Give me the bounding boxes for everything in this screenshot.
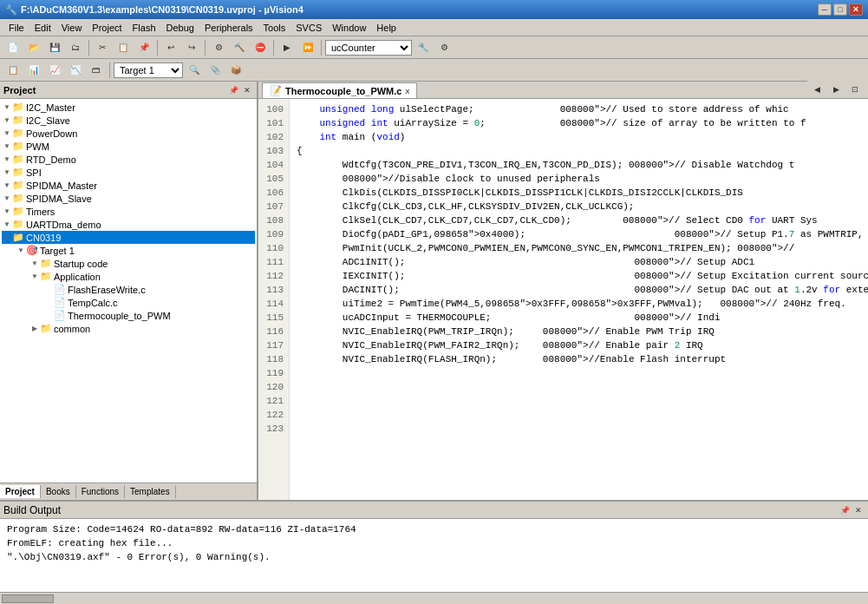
proj-tab-project[interactable]: Project xyxy=(0,485,41,498)
tree-expander[interactable]: ▼ xyxy=(2,154,12,165)
tree-expander[interactable]: ▼ xyxy=(2,220,12,230)
build-output-header: Build Output 📌 ✕ xyxy=(0,502,868,519)
tree-expander[interactable]: ▼ xyxy=(2,167,12,178)
sep6 xyxy=(109,62,110,78)
tree-item[interactable]: ▼📁Timers xyxy=(2,205,255,218)
tree-expander[interactable]: ▼ xyxy=(2,102,12,113)
tree-item[interactable]: ▶📁common xyxy=(2,322,255,335)
editor-content[interactable]: 1001011021031041051061071081091101111121… xyxy=(258,99,868,500)
tb2-btn1[interactable]: 📋 xyxy=(3,62,23,79)
editor-tab-active[interactable]: 📝 Thermocouple_to_PWM.c x xyxy=(262,82,417,98)
tree-expander[interactable]: ▼ xyxy=(2,141,12,152)
project-close-btn[interactable]: ✕ xyxy=(241,84,253,96)
build-scrollbar[interactable] xyxy=(0,592,868,604)
tree-expander[interactable]: ▼ xyxy=(29,259,40,269)
minimize-button[interactable]: ─ xyxy=(818,3,832,16)
build-btn[interactable]: ⚙ xyxy=(209,39,228,56)
tree-item[interactable]: 📄FlashEraseWrite.c xyxy=(2,283,255,296)
menu-item-flash[interactable]: Flash xyxy=(127,21,161,35)
tree-expander[interactable]: ▼ xyxy=(2,207,12,217)
save-btn[interactable]: 💾 xyxy=(45,39,64,56)
tree-item[interactable]: ▼📁UARTDma_demo xyxy=(2,218,255,231)
tree-item[interactable]: ▼📁PowerDown xyxy=(2,127,255,140)
tree-expander[interactable]: ▼ xyxy=(2,194,12,204)
maximize-button[interactable]: □ xyxy=(833,3,847,16)
project-panel-title: Project xyxy=(3,85,36,95)
tb2-btn3[interactable]: 📈 xyxy=(45,62,64,79)
undo-btn[interactable]: ↩ xyxy=(161,39,180,56)
editor-area: 📝 Thermocouple_to_PWM.c x ◀ ▶ ⊡ ✕ 100101… xyxy=(258,82,868,500)
tree-item[interactable]: ▼📁I2C_Slave xyxy=(2,114,255,127)
code-line: WdtCfg(T3CON_PRE_DIV1,T3CON_IRQ_EN,T3CON… xyxy=(297,158,868,172)
counter-select[interactable]: ucCounter xyxy=(325,40,412,56)
menu-item-window[interactable]: Window xyxy=(327,21,371,35)
tree-expander[interactable]: ▼ xyxy=(2,115,12,126)
project-pin-btn[interactable]: 📌 xyxy=(227,84,239,96)
tree-item[interactable]: ▼📁Startup code xyxy=(2,257,255,270)
tree-item[interactable]: ▼📁CN0319 xyxy=(2,231,255,244)
rebuild-btn[interactable]: 🔨 xyxy=(230,39,249,56)
debug-btn[interactable]: ▶ xyxy=(277,39,297,56)
stop-btn[interactable]: ⛔ xyxy=(251,39,270,56)
tb2-btn5[interactable]: 🗃 xyxy=(87,62,106,79)
step-btn[interactable]: ⏩ xyxy=(298,39,317,56)
new-file-btn[interactable]: 📄 xyxy=(3,39,23,56)
tree-expander[interactable]: ▼ xyxy=(2,233,12,243)
tree-item[interactable]: ▼📁SPIDMA_Slave xyxy=(2,192,255,205)
paste-btn[interactable]: 📌 xyxy=(134,39,153,56)
menu-item-view[interactable]: View xyxy=(56,21,88,35)
menu-item-debug[interactable]: Debug xyxy=(161,21,199,35)
menu-item-edit[interactable]: Edit xyxy=(29,21,56,35)
menu-item-peripherals[interactable]: Peripherals xyxy=(199,21,258,35)
settings-btn[interactable]: ⚙ xyxy=(434,39,454,56)
tree-expander[interactable]: ▶ xyxy=(29,324,40,334)
tb2-btn6[interactable]: 🔍 xyxy=(185,62,204,79)
menu-item-help[interactable]: Help xyxy=(371,21,401,35)
tree-expander[interactable]: ▼ xyxy=(29,272,40,282)
tree-item[interactable]: ▼📁I2C_Master xyxy=(2,101,255,114)
editor-tab-close[interactable]: x xyxy=(405,87,409,95)
code-line: DACINIT(); 008000">// Setup DAC out at 1… xyxy=(297,283,868,297)
menu-item-project[interactable]: Project xyxy=(87,21,127,35)
editor-float-btn[interactable]: ⊡ xyxy=(845,81,865,98)
build-pin-btn[interactable]: 📌 xyxy=(839,504,851,516)
build-close-btn[interactable]: ✕ xyxy=(852,504,865,516)
manage-btn[interactable]: 🔧 xyxy=(414,39,433,56)
editor-close-btn[interactable]: ✕ xyxy=(865,81,868,98)
tree-item[interactable]: 📄TempCalc.c xyxy=(2,296,255,309)
target-select[interactable]: Target 1 xyxy=(114,62,183,78)
tree-expander[interactable]: ▼ xyxy=(2,181,12,191)
tb2-btn7[interactable]: 📎 xyxy=(206,62,225,79)
save-all-btn[interactable]: 🗂 xyxy=(66,39,85,56)
tree-item[interactable]: 📄Thermocouple_to_PWM xyxy=(2,309,255,322)
close-button[interactable]: ✕ xyxy=(849,3,863,16)
build-output-content: Program Size: Code=14624 RO-data=892 RW-… xyxy=(0,519,868,592)
tree-item[interactable]: ▼📁SPIDMA_Master xyxy=(2,179,255,192)
proj-tab-books[interactable]: Books xyxy=(41,485,76,498)
cut-btn[interactable]: ✂ xyxy=(93,39,112,56)
tree-item-label: FlashEraseWrite.c xyxy=(68,285,146,295)
code-line: NVIC_EnableIRQ(FLASH_IRQn); 008000">//En… xyxy=(297,352,868,366)
proj-tab-templates[interactable]: Templates xyxy=(125,485,176,498)
tree-item[interactable]: ▼📁SPI xyxy=(2,166,255,179)
menu-item-svcs[interactable]: SVCS xyxy=(290,21,327,35)
tb2-btn4[interactable]: 📉 xyxy=(66,62,85,79)
tb2-btn8[interactable]: 📦 xyxy=(226,62,245,79)
build-scrollbar-thumb[interactable] xyxy=(2,594,54,603)
redo-btn[interactable]: ↪ xyxy=(182,39,201,56)
tree-item[interactable]: ▼🎯Target 1 xyxy=(2,244,255,257)
menu-item-file[interactable]: File xyxy=(3,21,29,35)
copy-btn[interactable]: 📋 xyxy=(114,39,133,56)
tb2-btn2[interactable]: 📊 xyxy=(24,62,43,79)
tree-item[interactable]: ▼📁Application xyxy=(2,270,255,283)
editor-scroll-left[interactable]: ◀ xyxy=(807,81,826,98)
editor-scroll-right[interactable]: ▶ xyxy=(826,81,845,98)
tree-item[interactable]: ▼📁PWM xyxy=(2,140,255,153)
tree-item[interactable]: ▼📁RTD_Demo xyxy=(2,153,255,166)
tree-expander[interactable]: ▼ xyxy=(16,246,26,256)
menu-item-tools[interactable]: Tools xyxy=(258,21,291,35)
open-btn[interactable]: 📂 xyxy=(24,39,43,56)
proj-tab-functions[interactable]: Functions xyxy=(76,485,125,498)
code-content[interactable]: unsigned long ulSelectPage; 008000">// U… xyxy=(290,99,868,500)
tree-expander[interactable]: ▼ xyxy=(2,128,12,139)
